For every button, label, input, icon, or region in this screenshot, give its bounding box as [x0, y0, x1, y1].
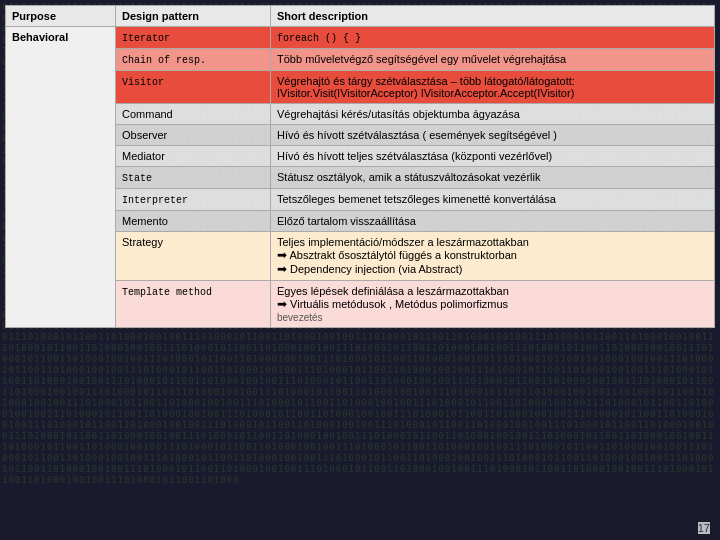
header-purpose: Purpose	[6, 6, 116, 27]
pattern-state: State	[116, 167, 271, 189]
pattern-label: Iterator	[122, 33, 170, 44]
desc-command: Végrehajtási kérés/utasítás objektumba á…	[271, 104, 715, 125]
desc-state: Státusz osztályok, amik a státuszváltozá…	[271, 167, 715, 189]
desc-iterator: foreach () { }	[271, 27, 715, 49]
pattern-template: Template method	[116, 281, 271, 328]
desc-visitor: Végrehajtó és tárgy szétválasztása – töb…	[271, 71, 715, 104]
desc-interpreter: Tetszőleges bemenet tetszőleges kimenett…	[271, 189, 715, 211]
pattern-chain: Chain of resp.	[116, 49, 271, 71]
desc-chain: Több műveletvégző segítségével egy művel…	[271, 49, 715, 71]
header-pattern: Design pattern	[116, 6, 271, 27]
desc-strategy: Teljes implementáció/módszer a leszármaz…	[271, 232, 715, 281]
desc-mediator: Hívó és hívott teljes szétválasztása (kö…	[271, 146, 715, 167]
pattern-mediator: Mediator	[116, 146, 271, 167]
purpose-behavioral: Behavioral	[6, 27, 116, 328]
pattern-observer: Observer	[116, 125, 271, 146]
page-wrapper: 0100100100111010001011001101000100100111…	[0, 0, 720, 540]
desc-observer: Hívó és hívott szétválasztása ( eseménye…	[271, 125, 715, 146]
pattern-strategy: Strategy	[116, 232, 271, 281]
design-patterns-table: Purpose Design pattern Short description…	[5, 5, 715, 328]
desc-template: Egyes lépések definiálása a leszármazott…	[271, 281, 715, 328]
pattern-command: Command	[116, 104, 271, 125]
header-desc: Short description	[271, 6, 715, 27]
table-container: Purpose Design pattern Short description…	[5, 5, 715, 535]
pattern-interpreter: Interpreter	[116, 189, 271, 211]
table-row: Behavioral Iterator foreach () { }	[6, 27, 715, 49]
pattern-memento: Memento	[116, 211, 271, 232]
desc-memento: Előző tartalom visszaállítása	[271, 211, 715, 232]
pattern-iterator: Iterator	[116, 27, 271, 49]
pattern-visitor: Visitor	[116, 71, 271, 104]
page-number: 17	[698, 522, 710, 534]
